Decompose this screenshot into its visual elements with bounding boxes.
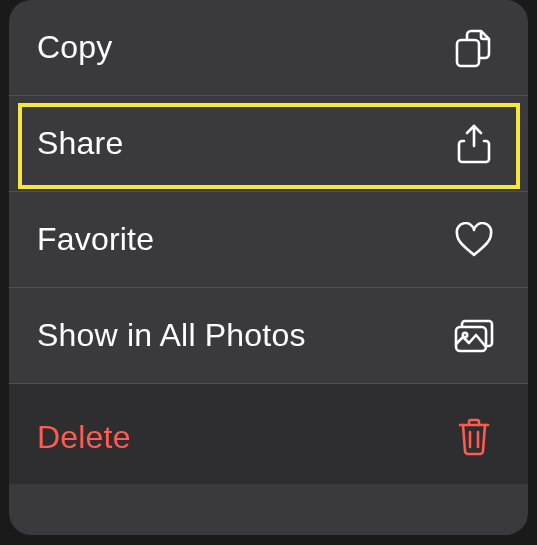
menu-item-delete[interactable]: Delete	[9, 384, 528, 484]
menu-item-copy[interactable]: Copy	[9, 0, 528, 96]
menu-item-label: Copy	[37, 29, 113, 66]
menu-item-label: Share	[37, 125, 123, 162]
context-menu: Copy Share Favorite Show in All	[9, 0, 528, 535]
copy-icon	[452, 26, 496, 70]
menu-item-label: Show in All Photos	[37, 317, 306, 354]
photos-icon	[452, 314, 496, 358]
menu-item-share[interactable]: Share	[9, 96, 528, 192]
share-icon	[452, 122, 496, 166]
menu-item-show-in-all-photos[interactable]: Show in All Photos	[9, 288, 528, 384]
heart-icon	[452, 218, 496, 262]
trash-icon	[452, 415, 496, 459]
menu-item-label: Delete	[37, 419, 131, 456]
svg-point-1	[463, 332, 467, 336]
menu-item-label: Favorite	[37, 221, 154, 258]
menu-item-favorite[interactable]: Favorite	[9, 192, 528, 288]
